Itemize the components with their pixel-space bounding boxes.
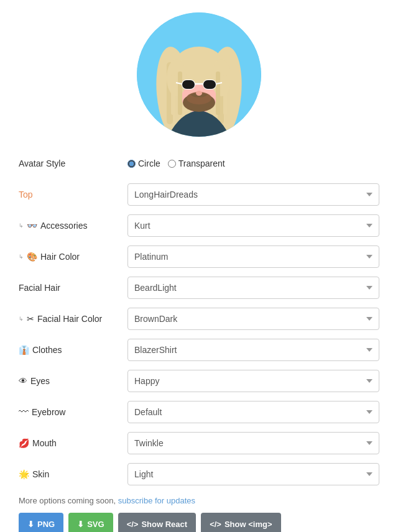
svg-button[interactable]: ⬇ SVG	[68, 513, 113, 532]
eyebrow-icon: 〰	[19, 406, 29, 418]
eyebrow-label: 〰 Eyebrow	[19, 406, 127, 418]
subscribe-link[interactable]: subscribe for updates	[118, 496, 195, 505]
action-buttons-row: ⬇ PNG ⬇ SVG </> Show React </> Show <img…	[19, 513, 379, 532]
accessories-icon: 👓	[27, 221, 37, 231]
svg-rect-15	[223, 75, 227, 115]
facial-hair-select[interactable]: BeardLight Blank BeardMedium MoustacheFa…	[127, 277, 379, 299]
eyes-select[interactable]: Happy Default Close Cry Dizzy EyeRoll	[127, 370, 379, 392]
footer-text: More options coming soon, subscribe for …	[19, 496, 379, 505]
skin-row: 🌟 Skin Light Tanned Yellow Pale Gold Bro…	[19, 462, 379, 486]
accessory-arrow-icon: ↳	[19, 222, 24, 229]
hair-color-icon: 🎨	[27, 252, 37, 262]
scissors-icon: ✂	[27, 314, 34, 324]
skin-label: 🌟 Skin	[19, 469, 127, 479]
clothes-label: 👔 Clothes	[19, 345, 127, 355]
circle-radio-label[interactable]: Circle	[127, 158, 160, 168]
svg-download-icon: ⬇	[77, 520, 84, 529]
eyebrow-row: 〰 Eyebrow Default Angry AngryNatural Def…	[19, 400, 379, 424]
clothes-row: 👔 Clothes BlazerShirt BlazerSweater Coll…	[19, 338, 379, 362]
svg-point-11	[211, 59, 231, 96]
avatar-style-label: Avatar Style	[19, 158, 127, 168]
svg-rect-18	[182, 80, 195, 89]
top-select[interactable]: LongHairDreads ShortHairShortCurly Short…	[127, 183, 379, 206]
form-section: Avatar Style Circle Transparent Top Long…	[19, 152, 379, 532]
png-button[interactable]: ⬇ PNG	[19, 513, 63, 532]
show-img-button[interactable]: </> Show <img>	[201, 513, 280, 532]
facial-hair-row: Facial Hair BeardLight Blank BeardMedium…	[19, 276, 379, 300]
circle-radio[interactable]	[127, 160, 136, 168]
download-icon: ⬇	[27, 520, 34, 529]
circle-label: Circle	[138, 158, 160, 168]
avatar-style-radio-group: Circle Transparent	[127, 158, 379, 168]
eyes-row: 👁 Eyes Happy Default Close Cry Dizzy Eye…	[19, 369, 379, 393]
eye-icon: 👁	[19, 376, 27, 386]
avatar-circle	[137, 12, 261, 137]
mouth-label: 💋 Mouth	[19, 438, 127, 448]
mouth-select[interactable]: Twinkle Default Eating Grimace Sad Smile	[127, 432, 379, 454]
transparent-radio-label[interactable]: Transparent	[168, 158, 225, 168]
facial-hair-color-row: ↳ ✂ Facial Hair Color BrownDark Brown Bl…	[19, 307, 379, 331]
svg-rect-14	[216, 71, 220, 115]
transparent-label: Transparent	[178, 158, 225, 168]
facial-hair-label: Facial Hair	[19, 283, 127, 293]
svg-rect-12	[178, 71, 182, 115]
hair-color-row: ↳ 🎨 Hair Color Platinum Blonde Brown Bla…	[19, 245, 379, 268]
top-row: Top LongHairDreads ShortHairShortCurly S…	[19, 183, 379, 206]
show-react-button[interactable]: </> Show React	[118, 513, 196, 532]
transparent-radio[interactable]	[168, 160, 176, 168]
avatar-style-row: Avatar Style Circle Transparent	[19, 152, 379, 175]
accessories-row: ↳ 👓 Accessories Kurt Blank Prescription0…	[19, 214, 379, 237]
hair-arrow-icon: ↳	[19, 254, 24, 260]
clothes-select[interactable]: BlazerShirt BlazerSweater CollarSweater …	[127, 339, 379, 361]
svg-rect-19	[203, 80, 216, 89]
eyes-label: 👁 Eyes	[19, 376, 127, 386]
fhc-arrow-icon: ↳	[19, 316, 24, 322]
facial-hair-color-label: ↳ ✂ Facial Hair Color	[19, 314, 127, 324]
img-code-icon: </>	[210, 520, 221, 529]
skin-icon: 🌟	[19, 469, 29, 479]
top-label: Top	[19, 190, 127, 200]
accessories-select[interactable]: Kurt Blank Prescription01 Sunglasses	[127, 214, 379, 237]
hair-color-label: ↳ 🎨 Hair Color	[19, 252, 127, 262]
svg-point-10	[167, 59, 187, 96]
svg-point-25	[196, 91, 202, 96]
eyebrow-select[interactable]: Default Angry AngryNatural DefaultNatura…	[127, 401, 379, 423]
code-icon: </>	[127, 520, 139, 529]
avatar-preview	[19, 12, 379, 137]
mouth-row: 💋 Mouth Twinkle Default Eating Grimace S…	[19, 431, 379, 455]
mouth-icon: 💋	[19, 438, 29, 448]
facial-hair-color-select[interactable]: BrownDark Brown Black Blonde Platinum	[127, 308, 379, 330]
svg-rect-13	[171, 75, 175, 115]
accessories-label: ↳ 👓 Accessories	[19, 221, 127, 231]
skin-select[interactable]: Light Tanned Yellow Pale Gold Brown Dark…	[127, 463, 379, 485]
clothes-icon: 👔	[19, 345, 29, 355]
hair-color-select[interactable]: Platinum Blonde Brown Black	[127, 245, 379, 268]
